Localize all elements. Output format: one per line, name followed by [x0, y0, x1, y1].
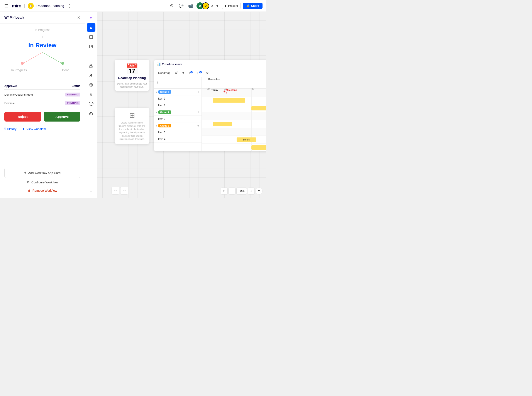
- reject-button[interactable]: Reject: [4, 112, 41, 122]
- fit-screen-button[interactable]: ⊡: [221, 187, 228, 194]
- timer-icon-btn[interactable]: ⏱: [169, 2, 175, 9]
- gantt-bar-item2: Item 2: [251, 106, 266, 111]
- group3-add-btn[interactable]: +: [197, 124, 199, 128]
- history-link[interactable]: ℹ History: [4, 127, 17, 131]
- roadmap-card-top: 📅 Roadmap Planning: [115, 60, 149, 82]
- remove-label: Remove Workflow: [32, 189, 57, 192]
- gantt-bar-item1: [213, 98, 245, 103]
- collapse-all-btn[interactable]: 🗓: [156, 81, 159, 85]
- pen-tool-button[interactable]: A: [87, 71, 95, 80]
- zoom-out-button[interactable]: −: [228, 187, 235, 194]
- shapes-icon: [89, 64, 93, 68]
- group2-badge: Group 2: [158, 111, 171, 114]
- current-state-label: In Review: [28, 42, 56, 49]
- cursor-tool-button[interactable]: ▲: [87, 23, 95, 32]
- milestone-text: Milestone 1: [226, 89, 237, 94]
- close-button[interactable]: ✕: [77, 15, 80, 20]
- svg-line-2: [42, 52, 62, 63]
- toolbar-filter-btn[interactable]: ⚗: [181, 71, 186, 75]
- topbar-left: ☰ miro | 📋 Roadmap Planning ⋮: [4, 2, 166, 9]
- roadmap-card[interactable]: 📅 Roadmap Planning Define, plan, and man…: [115, 60, 149, 91]
- cube-icon: [89, 112, 93, 116]
- board-title: Roadmap Planning: [36, 4, 64, 8]
- from-state-label: In Progress: [35, 28, 50, 32]
- group2-expand-btn[interactable]: ▾: [156, 111, 157, 113]
- to-state-right-label: Done: [51, 68, 81, 72]
- video-icon-btn[interactable]: 📹: [187, 2, 194, 10]
- tl-item-row-2-1: Item 3: [154, 116, 202, 122]
- group1-add-btn[interactable]: +: [197, 90, 199, 94]
- help-button[interactable]: ?: [256, 187, 263, 194]
- redo-button[interactable]: ↪: [120, 187, 128, 194]
- configure-button[interactable]: ⚙ Configure Workflow: [4, 178, 80, 187]
- topbar-right: ⏱ 💬 📹 D D 2 ▾ ▶ Present 🔒 Share: [169, 2, 263, 10]
- 3d-tool-button[interactable]: [87, 109, 95, 118]
- gantt-row-1-1: [202, 97, 266, 104]
- tl-group-row-2: ▾ Group 2 +: [154, 109, 202, 116]
- menu-button[interactable]: ☰: [4, 2, 9, 9]
- share-button[interactable]: 🔒 Share: [243, 3, 263, 9]
- milestone-dot-icon: ◆: [223, 90, 225, 93]
- board-more-button[interactable]: ⋮: [67, 2, 73, 9]
- emoji-tool-button[interactable]: ☺: [87, 90, 95, 99]
- add-card-button[interactable]: + Add Workflow App Card: [4, 168, 80, 178]
- items-col-header: 🗓: [154, 77, 202, 89]
- state-arrows-svg: [18, 51, 66, 67]
- toolbar-settings-btn[interactable]: ⚙: [205, 71, 210, 75]
- add-more-tool-button[interactable]: +: [87, 187, 95, 196]
- gantt-bar-item4: Item 4: [251, 145, 266, 150]
- toolbar-sort-btn[interactable]: ↕1: [187, 71, 194, 75]
- zoom-level-display: 50%: [236, 187, 247, 194]
- present-button[interactable]: ▶ Present: [222, 3, 241, 9]
- crop-tool-button[interactable]: [87, 81, 95, 89]
- group1-expand-btn[interactable]: ▾: [156, 91, 157, 93]
- zoom-in-button[interactable]: +: [248, 187, 255, 194]
- configure-gear-icon: ⚙: [27, 181, 30, 184]
- roadmap-tab-button[interactable]: Roadmap: [157, 71, 172, 75]
- topbar: ☰ miro | 📋 Roadmap Planning ⋮ ⏱ 💬 📹 D D …: [0, 0, 266, 12]
- undo-redo-controls: ↩ ↪: [111, 187, 128, 194]
- svg-marker-3: [60, 62, 64, 66]
- comment-icon-btn[interactable]: 💬: [177, 2, 185, 10]
- sticky-note-tool-button[interactable]: [87, 42, 95, 51]
- main-layout: W4M (local) ✕ In Progress ↓ In Review: [0, 12, 266, 198]
- day-30: 30: [251, 87, 254, 90]
- present-label: Present: [228, 4, 238, 7]
- canvas-area[interactable]: ✦ ▲ T: [85, 12, 266, 198]
- create-items-card[interactable]: ⊞ Create new items in the timeline widge…: [115, 108, 149, 144]
- frame-icon: [89, 35, 93, 39]
- chat-tool-button[interactable]: 💬: [87, 100, 95, 109]
- today-vertical-line: [213, 77, 213, 151]
- canvas-content: 📅 Roadmap Planning Define, plan, and man…: [97, 12, 266, 198]
- group3-expand-btn[interactable]: ▾: [156, 125, 157, 127]
- remove-button[interactable]: 🗑 Remove Workflow: [4, 187, 80, 194]
- svg-rect-12: [90, 84, 92, 86]
- approve-button[interactable]: Approve: [44, 112, 81, 122]
- view-workflow-link[interactable]: 👁 View workflow: [22, 127, 46, 131]
- view-workflow-icon: 👁: [22, 127, 25, 131]
- text-tool-button[interactable]: T: [87, 52, 95, 61]
- share-label: Share: [251, 4, 259, 7]
- toolbar-group-btn[interactable]: ⊞1: [196, 71, 203, 75]
- user-count: 2: [211, 4, 213, 7]
- frame-tool-button[interactable]: [87, 33, 95, 41]
- table-header: Approver Status: [4, 82, 80, 89]
- crop-icon: [89, 83, 93, 87]
- undo-button[interactable]: ↩: [111, 187, 119, 194]
- approver-name-1: Dominic Cousins (dev): [4, 93, 33, 96]
- tl-item-row-3-2: Item 4: [154, 136, 202, 143]
- panel-title: W4M (local): [4, 16, 24, 20]
- timeline-header: 📊 Timeline view ⤢ ⋯: [154, 60, 266, 69]
- configure-label: Configure Workflow: [31, 181, 58, 184]
- timeline-widget: 📊 Timeline view ⤢ ⋯ Roadmap 🖼 ⚗ ↕1 ⊞1 ⚙: [154, 60, 266, 151]
- gantt-bar-item5: Item 5: [237, 137, 256, 142]
- panel-header: W4M (local) ✕: [0, 12, 85, 24]
- svg-rect-4: [89, 35, 93, 39]
- shapes-tool-button[interactable]: [87, 61, 95, 70]
- group2-add-btn[interactable]: +: [197, 110, 199, 114]
- user-count-expand[interactable]: ▾: [215, 2, 220, 10]
- toolbar-photo-icon-btn[interactable]: 🖼: [173, 71, 179, 75]
- tl-group-row-1: ▾ Group 1 +: [154, 89, 202, 95]
- ai-tool-button[interactable]: ✦: [87, 13, 95, 22]
- svg-rect-9: [89, 66, 91, 67]
